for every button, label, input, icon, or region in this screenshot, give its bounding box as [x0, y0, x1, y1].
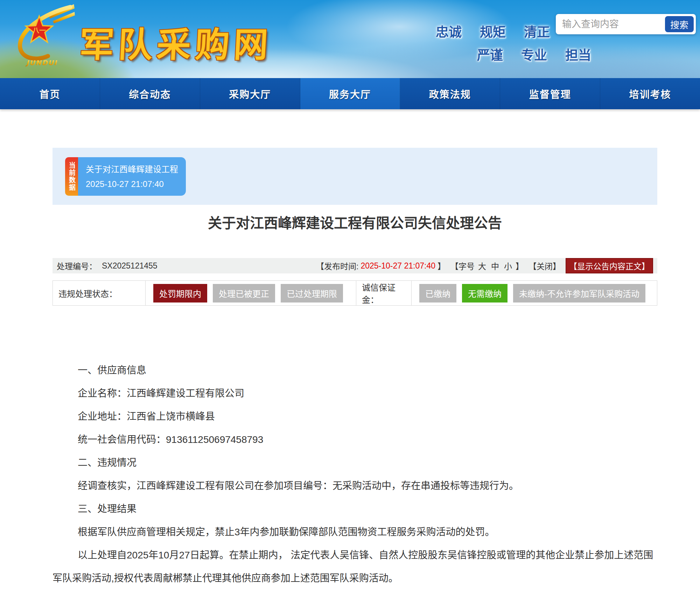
- nav-item-procurement-hall[interactable]: 采购大厅: [200, 78, 300, 109]
- paragraph-company-address: 企业地址：江西省上饶市横峰县: [52, 405, 657, 428]
- current-data-datetime: 2025-10-27 21:07:40: [86, 179, 186, 189]
- bracket: 】: [516, 260, 524, 272]
- slogan-word: 严谨: [477, 45, 503, 64]
- site-header: 八一 JUNDUI 军队采购网 忠诚 规矩 清正 严谨 专业 担当 搜索: [0, 0, 700, 78]
- breadcrumb-band: 当前数据 关于对江西峰辉建设工程 2025-10-27 21:07:40: [52, 148, 657, 205]
- status-badge-corrected: 处理已被更正: [213, 284, 275, 303]
- status-badge-unpaid-banned: 未缴纳-不允许参加军队采购活动: [513, 284, 645, 303]
- main-nav: 首页 综合动态 采购大厅 服务大厅 政策法规 监督管理 培训考核: [0, 78, 700, 109]
- slogan-line-2: 严谨 专业 担当: [477, 45, 591, 64]
- slogan-word: 规矩: [480, 22, 506, 41]
- search-input[interactable]: [561, 16, 661, 32]
- show-announcement-body-button[interactable]: 【显示公告内容正文】: [566, 258, 653, 273]
- font-size-large[interactable]: 大: [478, 260, 486, 272]
- status-badge-no-payment-needed: 无需缴纳: [462, 284, 507, 303]
- breadcrumb: 当前数据 关于对江西峰辉建设工程 2025-10-27 21:07:40: [65, 157, 186, 196]
- current-data-card: 关于对江西峰辉建设工程 2025-10-27 21:07:40: [78, 157, 186, 196]
- publish-time: 【发布时间: 2025-10-27 21:07:40 】: [316, 260, 446, 272]
- site-logo[interactable]: 八一 JUNDUI: [12, 3, 75, 76]
- status-badge-within-penalty-period: 处罚期限内: [153, 284, 207, 303]
- status-bar: 违规处理状态： 处罚期限内 处理已被更正 已过处理期限 诚信保证金： 已缴纳 无…: [52, 280, 657, 306]
- slogan-word: 忠诚: [436, 22, 462, 41]
- font-size-medium[interactable]: 中: [491, 260, 499, 272]
- slogan-word: 专业: [521, 45, 547, 64]
- slogan-word: 清正: [524, 22, 550, 41]
- nav-item-training[interactable]: 培训考核: [600, 78, 700, 109]
- font-size-control: 【字号 大 中 小 】: [450, 260, 524, 272]
- announcement-body: 一、供应商信息 企业名称：江西峰辉建设工程有限公司 企业地址：江西省上饶市横峰县…: [52, 359, 657, 590]
- army-star-logo-icon: 八一 JUNDUI: [12, 3, 75, 75]
- paragraph-violation-detail: 经调查核实，江西峰辉建设工程有限公司在参加项目编号：无采购活动中，存在串通投标等…: [52, 474, 657, 498]
- section-heading-violation: 二、违规情况: [52, 451, 657, 474]
- paragraph-penalty: 根据军队供应商管理相关规定，禁止3年内参加联勤保障部队范围物资工程服务采购活动的…: [52, 521, 657, 544]
- nav-item-policies[interactable]: 政策法规: [400, 78, 500, 109]
- publish-time-label: 【发布时间:: [316, 260, 358, 272]
- nav-item-service-hall[interactable]: 服务大厅: [300, 78, 400, 109]
- bracket: 】: [438, 260, 446, 272]
- star-characters: 八一: [33, 27, 46, 34]
- paragraph-penalty-scope: 以上处理自2025年10月27日起算。在禁止期内， 法定代表人吴信锋、自然人控股…: [52, 544, 657, 590]
- close-button[interactable]: 【关闭】: [528, 260, 561, 272]
- page-title: 关于对江西峰辉建设工程有限公司失信处理公告: [52, 214, 657, 232]
- deposit-label: 诚信保证金：: [356, 281, 412, 305]
- content-area: 当前数据 关于对江西峰辉建设工程 2025-10-27 21:07:40 关于对…: [52, 148, 657, 590]
- slogan-word: 担当: [565, 45, 591, 64]
- process-number-label: 处理编号：: [57, 260, 97, 272]
- deposit-options: 已缴纳 无需缴纳 未缴纳-不允许参加军队采购活动: [412, 281, 657, 305]
- site-title: 军队采购网: [78, 17, 273, 67]
- process-number: 处理编号： SX2025121455: [57, 260, 158, 272]
- nav-item-news[interactable]: 综合动态: [100, 78, 200, 109]
- article-meta-bar: 处理编号： SX2025121455 【发布时间: 2025-10-27 21:…: [52, 258, 657, 273]
- process-number-value: SX2025121455: [102, 261, 158, 271]
- violation-status-label: 违规处理状态：: [53, 281, 146, 305]
- nav-item-home[interactable]: 首页: [0, 78, 100, 109]
- current-data-tab: 当前数据: [65, 157, 78, 196]
- logo-brand-text: JUNDUI: [25, 59, 57, 67]
- search-bar: 搜索: [556, 14, 696, 34]
- font-size-small[interactable]: 小: [504, 260, 512, 272]
- search-button[interactable]: 搜索: [665, 16, 694, 32]
- section-heading-result: 三、处理结果: [52, 498, 657, 521]
- nav-item-supervision[interactable]: 监督管理: [500, 78, 600, 109]
- current-data-title: 关于对江西峰辉建设工程: [86, 162, 186, 175]
- paragraph-company-name: 企业名称：江西峰辉建设工程有限公司: [52, 382, 657, 405]
- publish-time-value: 2025-10-27 21:07:40: [360, 261, 435, 271]
- violation-status-options: 处罚期限内 处理已被更正 已过处理期限: [146, 281, 356, 305]
- status-badge-period-expired: 已过处理期限: [281, 284, 343, 303]
- font-size-label: 【字号: [450, 260, 475, 272]
- section-heading-supplier-info: 一、供应商信息: [52, 359, 657, 382]
- paragraph-credit-code: 统一社会信用代码：913611250697458793: [52, 428, 657, 451]
- status-badge-paid: 已缴纳: [419, 284, 456, 303]
